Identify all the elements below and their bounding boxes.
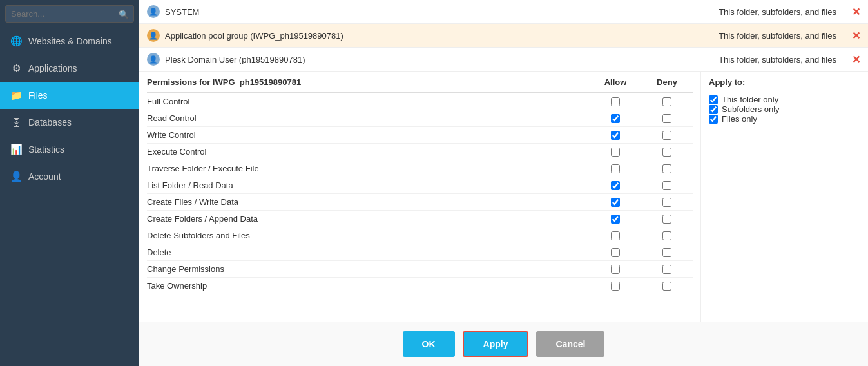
perm-name-1: Read Control xyxy=(147,113,590,123)
perm-allow-cell-10 xyxy=(590,265,641,274)
user-delete-apppool[interactable]: ✕ xyxy=(852,30,860,42)
perm-deny-cell-3 xyxy=(641,148,693,157)
sidebar-item-websites[interactable]: 🌐 Websites & Domains xyxy=(0,28,139,55)
perm-deny-cell-1 xyxy=(641,114,693,123)
perm-name-8: Delete Subfolders and Files xyxy=(147,231,590,240)
user-delete-plesk[interactable]: ✕ xyxy=(852,53,860,66)
perm-deny-checkbox-2[interactable] xyxy=(662,131,671,140)
perm-allow-checkbox-2[interactable] xyxy=(611,131,620,140)
perm-deny-checkbox-11[interactable] xyxy=(662,282,671,291)
statistics-icon: 📊 xyxy=(10,144,22,155)
user-icon-apppool: 👤 xyxy=(147,29,160,42)
perm-allow-cell-8 xyxy=(590,231,641,240)
perm-deny-cell-0 xyxy=(641,97,693,106)
permissions-left-panel: Permissions for IWPG_ph19519890781 Allow… xyxy=(139,72,700,322)
apply-to-checkbox-this-folder[interactable] xyxy=(709,95,718,104)
search-input[interactable] xyxy=(5,5,134,23)
user-row-apppool[interactable]: 👤 Application pool group (IWPG_ph1951989… xyxy=(139,24,868,48)
perm-allow-cell-6 xyxy=(590,198,641,207)
applications-icon: ⚙ xyxy=(10,63,22,74)
search-bar: 🔍 xyxy=(0,0,139,28)
user-rows: 👤 SYSTEM This folder, subfolders, and fi… xyxy=(139,0,868,72)
perm-deny-cell-5 xyxy=(641,181,693,190)
permissions-section: Permissions for IWPG_ph19519890781 Allow… xyxy=(139,72,868,322)
user-scope-apppool: This folder, subfolders, and files xyxy=(679,31,847,41)
perm-name-11: Take Ownership xyxy=(147,281,590,291)
deny-header: Deny xyxy=(641,77,693,87)
user-name-system: SYSTEM xyxy=(165,7,358,17)
user-name-plesk: Plesk Domain User (ph19519890781) xyxy=(165,55,358,64)
apply-to-checkbox-subfolders[interactable] xyxy=(709,105,718,114)
perm-row-10: Change Permissions xyxy=(147,261,693,278)
perm-allow-checkbox-10[interactable] xyxy=(611,265,620,274)
sidebar-item-files[interactable]: 📁 Files xyxy=(0,82,139,109)
user-icon-system: 👤 xyxy=(147,5,160,18)
perm-allow-checkbox-11[interactable] xyxy=(611,282,620,291)
perm-allow-checkbox-4[interactable] xyxy=(611,164,620,173)
perm-deny-checkbox-8[interactable] xyxy=(662,231,671,240)
button-bar: OK Apply Cancel xyxy=(139,322,868,366)
perm-deny-checkbox-1[interactable] xyxy=(662,114,671,123)
perm-name-4: Traverse Folder / Execute File xyxy=(147,164,590,173)
perm-row-1: Read Control xyxy=(147,110,693,127)
perm-deny-checkbox-5[interactable] xyxy=(662,181,671,190)
perm-allow-checkbox-1[interactable] xyxy=(611,114,620,123)
perm-deny-cell-10 xyxy=(641,265,693,274)
perm-name-6: Create Files / Write Data xyxy=(147,197,590,207)
perm-allow-checkbox-6[interactable] xyxy=(611,198,620,207)
perm-row-4: Traverse Folder / Execute File xyxy=(147,160,693,177)
perm-allow-checkbox-3[interactable] xyxy=(611,148,620,157)
apply-to-label-this-folder: This folder only xyxy=(722,95,778,104)
perm-allow-checkbox-9[interactable] xyxy=(611,248,620,257)
perm-row-7: Create Folders / Append Data xyxy=(147,211,693,227)
allow-header: Allow xyxy=(590,77,641,87)
perm-row-3: Execute Control xyxy=(147,144,693,160)
perm-deny-checkbox-7[interactable] xyxy=(662,215,671,224)
apply-to-header: Apply to: xyxy=(709,77,860,87)
perm-allow-checkbox-7[interactable] xyxy=(611,215,620,224)
perm-name-2: Write Control xyxy=(147,130,590,140)
perm-allow-cell-9 xyxy=(590,248,641,257)
perm-deny-checkbox-4[interactable] xyxy=(662,164,671,173)
perm-deny-checkbox-0[interactable] xyxy=(662,97,671,106)
sidebar-item-statistics[interactable]: 📊 Statistics xyxy=(0,136,139,163)
user-row-system[interactable]: 👤 SYSTEM This folder, subfolders, and fi… xyxy=(139,0,868,24)
apply-button[interactable]: Apply xyxy=(463,331,529,357)
perm-allow-cell-1 xyxy=(590,114,641,123)
perm-allow-checkbox-5[interactable] xyxy=(611,181,620,190)
databases-icon: 🗄 xyxy=(10,117,22,128)
perm-deny-checkbox-3[interactable] xyxy=(662,148,671,157)
perm-allow-cell-4 xyxy=(590,164,641,173)
perm-allow-checkbox-0[interactable] xyxy=(611,97,620,106)
perm-deny-checkbox-10[interactable] xyxy=(662,265,671,274)
ok-button[interactable]: OK xyxy=(403,331,455,357)
apply-to-option-this-folder: This folder only xyxy=(709,95,860,104)
user-scope-system: This folder, subfolders, and files xyxy=(679,7,847,17)
websites-icon: 🌐 xyxy=(10,35,22,47)
perm-deny-cell-7 xyxy=(641,215,693,224)
sidebar-item-account[interactable]: 👤 Account xyxy=(0,163,139,190)
perm-deny-checkbox-9[interactable] xyxy=(662,248,671,257)
sidebar-item-databases[interactable]: 🗄 Databases xyxy=(0,109,139,136)
user-name-apppool: Application pool group (IWPG_ph195198907… xyxy=(165,31,358,41)
user-delete-system[interactable]: ✕ xyxy=(852,6,860,18)
perm-deny-cell-4 xyxy=(641,164,693,173)
perm-deny-cell-11 xyxy=(641,282,693,291)
permissions-header-row: Permissions for IWPG_ph19519890781 Allow… xyxy=(147,72,693,93)
apply-to-checkbox-files-only[interactable] xyxy=(709,115,718,124)
perm-allow-cell-11 xyxy=(590,282,641,291)
account-icon: 👤 xyxy=(10,171,22,182)
sidebar-item-label-applications: Applications xyxy=(28,63,77,73)
perm-deny-checkbox-6[interactable] xyxy=(662,198,671,207)
cancel-button[interactable]: Cancel xyxy=(536,331,604,357)
user-scope-plesk: This folder, subfolders, and files xyxy=(679,55,847,64)
perm-name-5: List Folder / Read Data xyxy=(147,180,590,190)
sidebar-item-label-files: Files xyxy=(28,90,48,101)
sidebar-item-label-databases: Databases xyxy=(28,117,72,128)
perm-deny-cell-9 xyxy=(641,248,693,257)
perm-deny-cell-2 xyxy=(641,131,693,140)
sidebar-nav: 🌐 Websites & Domains⚙ Applications📁 File… xyxy=(0,28,139,190)
user-row-plesk[interactable]: 👤 Plesk Domain User (ph19519890781) This… xyxy=(139,48,868,72)
sidebar-item-applications[interactable]: ⚙ Applications xyxy=(0,55,139,82)
perm-allow-checkbox-8[interactable] xyxy=(611,231,620,240)
